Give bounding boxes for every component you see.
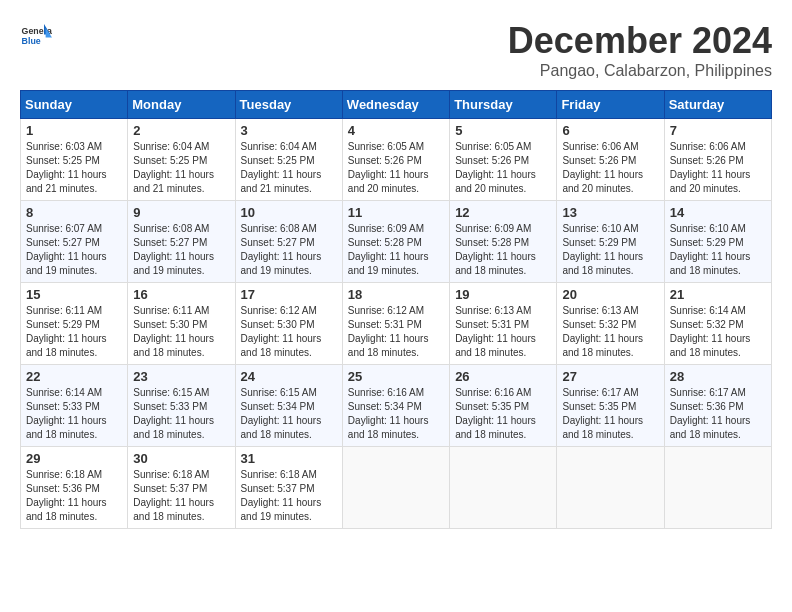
calendar-cell <box>557 447 664 529</box>
calendar-cell: 28 Sunrise: 6:17 AM Sunset: 5:36 PM Dayl… <box>664 365 771 447</box>
calendar-cell: 21 Sunrise: 6:14 AM Sunset: 5:32 PM Dayl… <box>664 283 771 365</box>
day-info: Sunrise: 6:04 AM Sunset: 5:25 PM Dayligh… <box>133 140 229 196</box>
day-info: Sunrise: 6:13 AM Sunset: 5:32 PM Dayligh… <box>562 304 658 360</box>
day-number: 6 <box>562 123 658 138</box>
day-info: Sunrise: 6:06 AM Sunset: 5:26 PM Dayligh… <box>562 140 658 196</box>
calendar-cell: 5 Sunrise: 6:05 AM Sunset: 5:26 PM Dayli… <box>450 119 557 201</box>
day-info: Sunrise: 6:16 AM Sunset: 5:34 PM Dayligh… <box>348 386 444 442</box>
day-info: Sunrise: 6:09 AM Sunset: 5:28 PM Dayligh… <box>455 222 551 278</box>
calendar-cell: 1 Sunrise: 6:03 AM Sunset: 5:25 PM Dayli… <box>21 119 128 201</box>
day-number: 14 <box>670 205 766 220</box>
calendar-cell: 6 Sunrise: 6:06 AM Sunset: 5:26 PM Dayli… <box>557 119 664 201</box>
day-number: 7 <box>670 123 766 138</box>
calendar-cell: 30 Sunrise: 6:18 AM Sunset: 5:37 PM Dayl… <box>128 447 235 529</box>
calendar-cell: 4 Sunrise: 6:05 AM Sunset: 5:26 PM Dayli… <box>342 119 449 201</box>
day-info: Sunrise: 6:08 AM Sunset: 5:27 PM Dayligh… <box>241 222 337 278</box>
day-number: 9 <box>133 205 229 220</box>
weekday-header-friday: Friday <box>557 91 664 119</box>
calendar-cell: 25 Sunrise: 6:16 AM Sunset: 5:34 PM Dayl… <box>342 365 449 447</box>
day-number: 29 <box>26 451 122 466</box>
day-info: Sunrise: 6:12 AM Sunset: 5:31 PM Dayligh… <box>348 304 444 360</box>
calendar-week-row: 1 Sunrise: 6:03 AM Sunset: 5:25 PM Dayli… <box>21 119 772 201</box>
calendar-cell: 3 Sunrise: 6:04 AM Sunset: 5:25 PM Dayli… <box>235 119 342 201</box>
day-info: Sunrise: 6:14 AM Sunset: 5:33 PM Dayligh… <box>26 386 122 442</box>
location-subtitle: Pangao, Calabarzon, Philippines <box>508 62 772 80</box>
calendar-cell: 13 Sunrise: 6:10 AM Sunset: 5:29 PM Dayl… <box>557 201 664 283</box>
day-info: Sunrise: 6:15 AM Sunset: 5:33 PM Dayligh… <box>133 386 229 442</box>
calendar-week-row: 22 Sunrise: 6:14 AM Sunset: 5:33 PM Dayl… <box>21 365 772 447</box>
day-info: Sunrise: 6:11 AM Sunset: 5:29 PM Dayligh… <box>26 304 122 360</box>
title-section: December 2024 Pangao, Calabarzon, Philip… <box>508 20 772 80</box>
weekday-header-sunday: Sunday <box>21 91 128 119</box>
day-info: Sunrise: 6:07 AM Sunset: 5:27 PM Dayligh… <box>26 222 122 278</box>
day-info: Sunrise: 6:15 AM Sunset: 5:34 PM Dayligh… <box>241 386 337 442</box>
day-info: Sunrise: 6:14 AM Sunset: 5:32 PM Dayligh… <box>670 304 766 360</box>
day-number: 2 <box>133 123 229 138</box>
calendar-cell: 8 Sunrise: 6:07 AM Sunset: 5:27 PM Dayli… <box>21 201 128 283</box>
calendar-cell: 2 Sunrise: 6:04 AM Sunset: 5:25 PM Dayli… <box>128 119 235 201</box>
day-info: Sunrise: 6:05 AM Sunset: 5:26 PM Dayligh… <box>455 140 551 196</box>
calendar-cell: 29 Sunrise: 6:18 AM Sunset: 5:36 PM Dayl… <box>21 447 128 529</box>
day-info: Sunrise: 6:18 AM Sunset: 5:36 PM Dayligh… <box>26 468 122 524</box>
day-number: 17 <box>241 287 337 302</box>
day-number: 10 <box>241 205 337 220</box>
svg-text:Blue: Blue <box>22 36 41 46</box>
day-number: 16 <box>133 287 229 302</box>
day-info: Sunrise: 6:09 AM Sunset: 5:28 PM Dayligh… <box>348 222 444 278</box>
day-number: 31 <box>241 451 337 466</box>
day-info: Sunrise: 6:06 AM Sunset: 5:26 PM Dayligh… <box>670 140 766 196</box>
day-number: 23 <box>133 369 229 384</box>
day-info: Sunrise: 6:17 AM Sunset: 5:35 PM Dayligh… <box>562 386 658 442</box>
calendar-cell: 31 Sunrise: 6:18 AM Sunset: 5:37 PM Dayl… <box>235 447 342 529</box>
day-number: 26 <box>455 369 551 384</box>
calendar-cell <box>342 447 449 529</box>
day-number: 20 <box>562 287 658 302</box>
day-info: Sunrise: 6:11 AM Sunset: 5:30 PM Dayligh… <box>133 304 229 360</box>
day-info: Sunrise: 6:04 AM Sunset: 5:25 PM Dayligh… <box>241 140 337 196</box>
calendar-week-row: 15 Sunrise: 6:11 AM Sunset: 5:29 PM Dayl… <box>21 283 772 365</box>
weekday-header-row: SundayMondayTuesdayWednesdayThursdayFrid… <box>21 91 772 119</box>
calendar-cell: 16 Sunrise: 6:11 AM Sunset: 5:30 PM Dayl… <box>128 283 235 365</box>
day-number: 1 <box>26 123 122 138</box>
weekday-header-wednesday: Wednesday <box>342 91 449 119</box>
day-number: 12 <box>455 205 551 220</box>
calendar-cell: 20 Sunrise: 6:13 AM Sunset: 5:32 PM Dayl… <box>557 283 664 365</box>
calendar-week-row: 8 Sunrise: 6:07 AM Sunset: 5:27 PM Dayli… <box>21 201 772 283</box>
logo-icon: General Blue <box>20 20 52 52</box>
weekday-header-monday: Monday <box>128 91 235 119</box>
day-info: Sunrise: 6:12 AM Sunset: 5:30 PM Dayligh… <box>241 304 337 360</box>
day-info: Sunrise: 6:08 AM Sunset: 5:27 PM Dayligh… <box>133 222 229 278</box>
calendar-cell: 18 Sunrise: 6:12 AM Sunset: 5:31 PM Dayl… <box>342 283 449 365</box>
day-info: Sunrise: 6:10 AM Sunset: 5:29 PM Dayligh… <box>562 222 658 278</box>
day-number: 11 <box>348 205 444 220</box>
weekday-header-saturday: Saturday <box>664 91 771 119</box>
day-number: 3 <box>241 123 337 138</box>
day-number: 15 <box>26 287 122 302</box>
calendar-cell: 26 Sunrise: 6:16 AM Sunset: 5:35 PM Dayl… <box>450 365 557 447</box>
day-info: Sunrise: 6:10 AM Sunset: 5:29 PM Dayligh… <box>670 222 766 278</box>
calendar-table: SundayMondayTuesdayWednesdayThursdayFrid… <box>20 90 772 529</box>
day-number: 27 <box>562 369 658 384</box>
calendar-cell: 7 Sunrise: 6:06 AM Sunset: 5:26 PM Dayli… <box>664 119 771 201</box>
day-info: Sunrise: 6:17 AM Sunset: 5:36 PM Dayligh… <box>670 386 766 442</box>
day-number: 21 <box>670 287 766 302</box>
day-number: 28 <box>670 369 766 384</box>
day-number: 19 <box>455 287 551 302</box>
calendar-cell: 12 Sunrise: 6:09 AM Sunset: 5:28 PM Dayl… <box>450 201 557 283</box>
calendar-cell: 14 Sunrise: 6:10 AM Sunset: 5:29 PM Dayl… <box>664 201 771 283</box>
calendar-week-row: 29 Sunrise: 6:18 AM Sunset: 5:36 PM Dayl… <box>21 447 772 529</box>
day-number: 8 <box>26 205 122 220</box>
calendar-cell: 10 Sunrise: 6:08 AM Sunset: 5:27 PM Dayl… <box>235 201 342 283</box>
day-info: Sunrise: 6:18 AM Sunset: 5:37 PM Dayligh… <box>241 468 337 524</box>
day-number: 22 <box>26 369 122 384</box>
day-info: Sunrise: 6:13 AM Sunset: 5:31 PM Dayligh… <box>455 304 551 360</box>
calendar-cell: 11 Sunrise: 6:09 AM Sunset: 5:28 PM Dayl… <box>342 201 449 283</box>
calendar-cell: 23 Sunrise: 6:15 AM Sunset: 5:33 PM Dayl… <box>128 365 235 447</box>
calendar-cell <box>664 447 771 529</box>
day-number: 13 <box>562 205 658 220</box>
day-number: 24 <box>241 369 337 384</box>
day-number: 30 <box>133 451 229 466</box>
page-header: General Blue December 2024 Pangao, Calab… <box>20 20 772 80</box>
day-info: Sunrise: 6:05 AM Sunset: 5:26 PM Dayligh… <box>348 140 444 196</box>
calendar-cell: 22 Sunrise: 6:14 AM Sunset: 5:33 PM Dayl… <box>21 365 128 447</box>
